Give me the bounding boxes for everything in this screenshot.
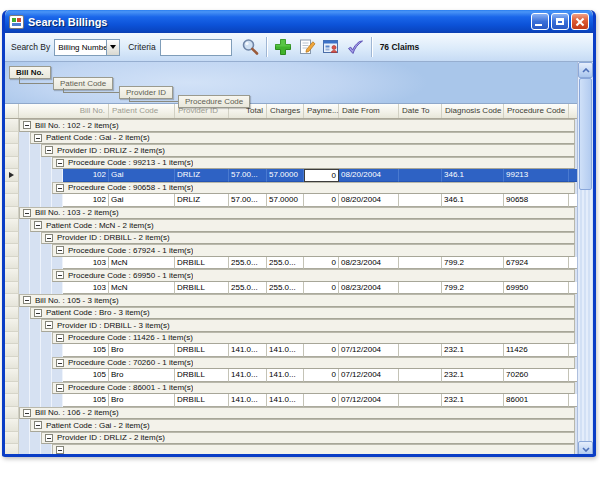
group-row[interactable]: Procedure Code : 11426 - 1 item(s) (5, 332, 577, 345)
edit-claim-button[interactable] (295, 35, 319, 59)
collapse-icon[interactable] (56, 384, 64, 392)
collapse-icon[interactable] (45, 234, 53, 242)
row-selector[interactable] (5, 132, 19, 145)
cell-date_to[interactable] (399, 194, 442, 207)
group-header-box[interactable]: Procedure Code : 99213 - 1 item(s) (52, 157, 575, 170)
group-by-panel[interactable]: Bill No.Patient CodeProvider IDProcedure… (5, 62, 577, 104)
cell-date_from[interactable]: 07/12/2004 (339, 344, 399, 357)
group-row[interactable]: Patient Code : Gai - 2 item(s) (5, 419, 577, 432)
data-row[interactable]: 105BroDRBILL141.0...141.0...007/12/20042… (5, 369, 577, 382)
group-by-field-procedure-code[interactable]: Procedure Code (178, 95, 250, 108)
cell-date_from[interactable]: 07/12/2004 (339, 394, 399, 407)
cell-charges[interactable]: 255.0... (267, 282, 304, 295)
cell-payment[interactable]: 0 (304, 194, 339, 207)
collapse-icon[interactable] (56, 159, 64, 167)
cell-patient_code[interactable]: Gai (109, 169, 175, 182)
group-header-box[interactable]: Bill No. : 106 - 2 item(s) (19, 407, 575, 420)
row-selector[interactable] (5, 257, 19, 270)
cell-bill_no[interactable]: 102 (63, 169, 109, 182)
row-selector[interactable] (5, 169, 19, 182)
group-row[interactable]: Procedure Code : 67924 - 1 item(s) (5, 244, 577, 257)
cell-patient_code[interactable]: McN (109, 257, 175, 270)
cell-patient_code[interactable]: Bro (109, 394, 175, 407)
cell-payment[interactable]: 0 (304, 282, 339, 295)
column-header-patient_code[interactable]: Patient Code (109, 104, 175, 118)
data-row[interactable]: 102GaiDRLIZ57.00...57.0000008/20/2004346… (5, 194, 577, 207)
collapse-icon[interactable] (34, 309, 42, 317)
cell-diagnosis_code[interactable]: 232.1 (442, 344, 504, 357)
group-row[interactable]: Bill No. : 102 - 2 item(s) (5, 119, 577, 132)
column-header-bill_no[interactable]: Bill No. (63, 104, 109, 118)
data-row[interactable]: 102GaiDRLIZ57.00...57.0000008/20/2004346… (5, 169, 577, 182)
group-row[interactable]: Patient Code : McN - 2 item(s) (5, 219, 577, 232)
group-header-box[interactable]: Patient Code : Gai - 2 item(s) (30, 419, 575, 432)
cell-charges[interactable]: 255.0... (267, 257, 304, 270)
row-selector[interactable] (5, 369, 19, 382)
scrollbar-track[interactable] (578, 190, 593, 441)
column-header-date_from[interactable]: Date From (339, 104, 399, 118)
cell-procedure_code[interactable]: 11426 (504, 344, 569, 357)
row-selector[interactable] (5, 182, 19, 195)
row-selector[interactable] (5, 382, 19, 395)
cell-bill_no[interactable]: 103 (63, 282, 109, 295)
collapse-icon[interactable] (56, 446, 64, 454)
row-selector[interactable] (5, 157, 19, 170)
group-row[interactable]: Procedure Code : 86001 - 1 item(s) (5, 382, 577, 395)
group-header-box[interactable]: Bill No. : 103 - 2 item(s) (19, 207, 575, 220)
group-row[interactable]: Bill No. : 106 - 2 item(s) (5, 407, 577, 420)
cell-procedure_code[interactable]: 69950 (504, 282, 569, 295)
vertical-scrollbar[interactable] (577, 62, 593, 457)
cell-diagnosis_code[interactable]: 346.1 (442, 169, 504, 182)
data-row[interactable]: 103McNDRBILL255.0...255.0...008/23/20047… (5, 257, 577, 270)
cell-date_to[interactable] (399, 369, 442, 382)
cell-charges[interactable]: 141.0... (267, 369, 304, 382)
scroll-down-button[interactable] (578, 441, 593, 457)
cell-procedure_code[interactable]: 86001 (504, 394, 569, 407)
row-selector[interactable] (5, 144, 19, 157)
group-header-box[interactable]: Provider ID : DRLIZ - 2 item(s) (41, 144, 575, 157)
maximize-button[interactable] (551, 13, 569, 30)
column-header-payment[interactable]: Payme... (304, 104, 339, 118)
cell-diagnosis_code[interactable]: 799.2 (442, 282, 504, 295)
cell-date_to[interactable] (399, 394, 442, 407)
search-button[interactable] (238, 35, 262, 59)
cell-patient_code[interactable]: Bro (109, 369, 175, 382)
cell-date_from[interactable]: 08/20/2004 (339, 194, 399, 207)
cell-total[interactable]: 57.00... (229, 194, 267, 207)
group-row[interactable]: Provider ID : DRLIZ - 2 item(s) (5, 432, 577, 445)
group-header-box[interactable]: Patient Code : Bro - 3 item(s) (30, 307, 575, 320)
row-selector[interactable] (5, 407, 19, 420)
collapse-icon[interactable] (56, 246, 64, 254)
cell-charges[interactable]: 141.0... (267, 394, 304, 407)
group-row[interactable]: Patient Code : Bro - 3 item(s) (5, 307, 577, 320)
group-row[interactable]: Procedure Code : 70260 - 1 item(s) (5, 357, 577, 370)
add-claim-button[interactable] (271, 35, 295, 59)
cell-total[interactable]: 141.0... (229, 369, 267, 382)
collapse-icon[interactable] (45, 434, 53, 442)
cell-total[interactable]: 141.0... (229, 394, 267, 407)
scroll-up-button[interactable] (578, 62, 593, 78)
group-header-box[interactable]: Provider ID : DRBILL - 3 item(s) (41, 319, 575, 332)
search-by-combobox[interactable]: Billing Number (54, 39, 120, 56)
row-selector[interactable] (5, 119, 19, 132)
column-header-diagnosis_code[interactable]: Diagnosis Code (442, 104, 504, 118)
group-header-box[interactable]: Bill No. : 102 - 2 item(s) (19, 119, 575, 132)
combobox-dropdown-button[interactable] (106, 40, 119, 55)
title-bar[interactable]: Search Billings (5, 10, 593, 33)
cell-date_from[interactable]: 08/23/2004 (339, 257, 399, 270)
collapse-icon[interactable] (45, 146, 53, 154)
row-selector[interactable] (5, 307, 19, 320)
criteria-input[interactable] (160, 39, 232, 56)
close-button[interactable] (571, 13, 589, 30)
cell-date_to[interactable] (399, 282, 442, 295)
cell-bill_no[interactable]: 103 (63, 257, 109, 270)
cell-provider_id[interactable]: DRBILL (175, 369, 229, 382)
cell-date_from[interactable]: 08/20/2004 (339, 169, 399, 182)
cell-patient_code[interactable]: Gai (109, 194, 175, 207)
cell-charges[interactable]: 57.0000 (267, 194, 304, 207)
row-selector[interactable] (5, 332, 19, 345)
row-selector[interactable] (5, 419, 19, 432)
row-selector[interactable] (5, 207, 19, 220)
collapse-icon[interactable] (56, 334, 64, 342)
cell-bill_no[interactable]: 105 (63, 394, 109, 407)
